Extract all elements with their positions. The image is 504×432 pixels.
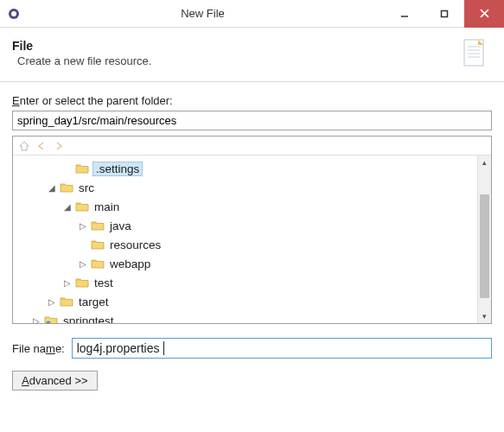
tree-item-label: target <box>77 295 111 308</box>
folder-icon <box>75 162 89 175</box>
chevron-right-icon[interactable]: ▷ <box>30 314 42 323</box>
folder-icon <box>91 257 105 270</box>
minimize-button[interactable] <box>385 0 424 28</box>
forward-icon[interactable] <box>53 140 65 152</box>
tree-item[interactable]: ▷resources <box>15 235 489 254</box>
chevron-right-icon[interactable]: ▷ <box>77 219 89 232</box>
window-controls <box>385 0 504 28</box>
chevron-down-icon[interactable]: ◢ <box>61 200 73 213</box>
folder-tree-panel: ▷.settings◢src◢main▷java▷resources▷webap… <box>12 136 492 324</box>
parent-folder-input[interactable] <box>12 111 492 130</box>
folder-icon <box>75 276 89 289</box>
tree-item-label: java <box>108 219 133 232</box>
tree-toolbar <box>13 137 491 156</box>
folder-icon <box>91 238 105 251</box>
tree-item-label: springtest <box>61 314 116 324</box>
folder-tree[interactable]: ▷.settings◢src◢main▷java▷resources▷webap… <box>13 156 491 323</box>
scroll-up-icon[interactable]: ▴ <box>478 156 491 169</box>
window-title: New File <box>21 7 385 20</box>
folder-icon <box>75 200 89 213</box>
chevron-down-icon[interactable]: ◢ <box>46 181 58 194</box>
tree-item-label: test <box>93 276 115 289</box>
tree-item[interactable]: ▷springtest <box>15 311 489 323</box>
folder-icon <box>60 181 73 194</box>
home-icon[interactable] <box>18 140 30 152</box>
tree-item-label: webapp <box>108 257 152 270</box>
maximize-button[interactable] <box>424 0 464 28</box>
advanced-button[interactable]: Advanced >> <box>12 371 98 391</box>
tree-item[interactable]: ▷.settings <box>15 159 489 178</box>
file-wizard-icon <box>456 35 492 71</box>
chevron-right-icon[interactable]: ▷ <box>46 295 58 308</box>
chevron-right-icon[interactable]: ▷ <box>61 276 73 289</box>
tree-item-label: resources <box>108 238 163 251</box>
folder-icon <box>91 219 105 232</box>
svg-point-1 <box>11 11 16 16</box>
parent-folder-label: Enter or select the parent folder: <box>12 94 492 107</box>
titlebar: New File <box>0 0 504 28</box>
chevron-right-icon[interactable]: ▷ <box>77 257 89 270</box>
tree-scrollbar[interactable]: ▴ ▾ <box>477 156 491 323</box>
page-description: Create a new file resource. <box>12 54 456 67</box>
tree-item[interactable]: ◢src <box>15 178 489 197</box>
tree-item-label: main <box>93 200 121 213</box>
tree-item[interactable]: ▷target <box>15 292 489 311</box>
tree-item[interactable]: ▷webapp <box>15 254 489 273</box>
tree-item[interactable]: ▷java <box>15 216 489 235</box>
tree-item[interactable]: ◢main <box>15 197 489 216</box>
tree-item-label: src <box>77 181 96 194</box>
svg-marker-12 <box>20 142 29 150</box>
filename-label: File name: <box>12 342 65 355</box>
scroll-down-icon[interactable]: ▾ <box>478 309 491 323</box>
project-icon <box>44 314 58 323</box>
scroll-thumb[interactable] <box>480 194 489 298</box>
tree-item[interactable]: ▷test <box>15 273 489 292</box>
app-icon <box>7 7 21 21</box>
tree-item-label: .settings <box>93 162 143 176</box>
folder-icon <box>60 295 73 308</box>
dialog-header: File Create a new file resource. <box>0 28 504 82</box>
dialog-content: Enter or select the parent folder: ▷.set… <box>0 82 504 403</box>
svg-rect-3 <box>442 10 448 16</box>
filename-input[interactable]: log4j.properties <box>72 338 492 359</box>
back-icon[interactable] <box>35 140 48 152</box>
close-button[interactable] <box>464 0 504 28</box>
page-title: File <box>12 39 456 53</box>
